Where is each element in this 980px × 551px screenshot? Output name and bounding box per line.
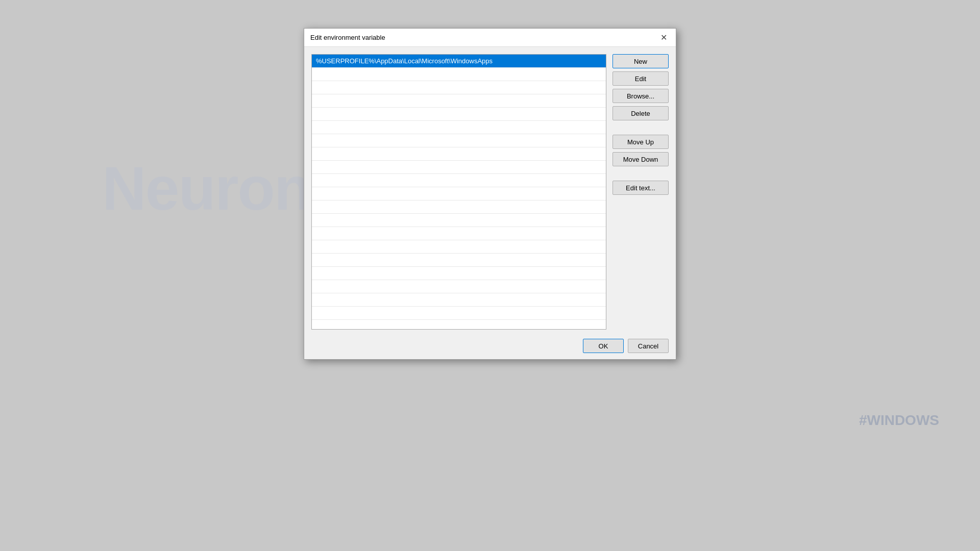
ok-button[interactable]: OK	[583, 339, 624, 353]
new-button[interactable]: New	[612, 54, 669, 68]
browse-button[interactable]: Browse...	[612, 89, 669, 103]
dialog-titlebar: Edit environment variable ✕	[304, 29, 676, 47]
list-item[interactable]	[312, 81, 606, 94]
list-item[interactable]	[312, 147, 606, 161]
dialog-body: %USERPROFILE%\AppData\Local\Microsoft\Wi…	[304, 47, 676, 335]
list-item[interactable]	[312, 267, 606, 280]
list-item[interactable]	[312, 108, 606, 121]
list-item[interactable]	[312, 174, 606, 187]
list-item[interactable]	[312, 134, 606, 147]
list-item[interactable]	[312, 201, 606, 214]
list-item[interactable]	[312, 94, 606, 108]
list-item[interactable]	[312, 214, 606, 227]
list-item[interactable]	[312, 68, 606, 81]
action-buttons-panel: New Edit Browse... Delete Move Up Move D…	[612, 54, 669, 330]
dialog-footer: OK Cancel	[304, 335, 676, 359]
dialog-overlay: Edit environment variable ✕ %USERPROFILE…	[0, 0, 980, 551]
cancel-button[interactable]: Cancel	[628, 339, 669, 353]
dialog-title: Edit environment variable	[310, 34, 385, 41]
list-item[interactable]	[312, 121, 606, 134]
move-down-button[interactable]: Move Down	[612, 152, 669, 166]
list-item[interactable]: %USERPROFILE%\AppData\Local\Microsoft\Wi…	[312, 55, 606, 68]
close-button[interactable]: ✕	[657, 32, 670, 44]
delete-button[interactable]: Delete	[612, 106, 669, 120]
list-item[interactable]	[312, 307, 606, 320]
button-spacer	[612, 123, 669, 132]
list-item[interactable]	[312, 161, 606, 174]
list-item[interactable]	[312, 240, 606, 254]
list-item[interactable]	[312, 293, 606, 307]
move-up-button[interactable]: Move Up	[612, 135, 669, 149]
edit-button[interactable]: Edit	[612, 71, 669, 86]
env-var-list[interactable]: %USERPROFILE%\AppData\Local\Microsoft\Wi…	[311, 54, 606, 330]
list-item[interactable]	[312, 227, 606, 240]
list-item[interactable]	[312, 280, 606, 293]
edit-text-button[interactable]: Edit text...	[612, 181, 669, 195]
list-item[interactable]	[312, 254, 606, 267]
edit-env-var-dialog: Edit environment variable ✕ %USERPROFILE…	[304, 28, 676, 360]
button-spacer-2	[612, 169, 669, 178]
list-item[interactable]	[312, 187, 606, 201]
